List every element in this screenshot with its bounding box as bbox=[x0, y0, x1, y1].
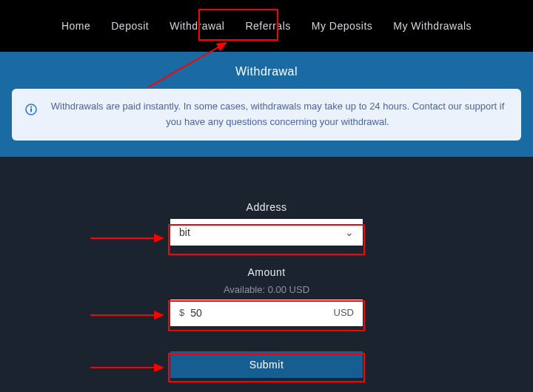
amount-label: Amount bbox=[247, 266, 285, 278]
hero-section: Withdrawal Withdrawals are paid instantl… bbox=[0, 52, 533, 157]
svg-rect-2 bbox=[30, 107, 32, 108]
currency-suffix: USD bbox=[334, 307, 354, 318]
notice-text: Withdrawals are paid instantly. In some … bbox=[47, 99, 508, 130]
currency-prefix: $ bbox=[179, 307, 184, 318]
amount-input-wrapper: $ USD bbox=[170, 300, 363, 326]
chevron-down-icon: ⌄ bbox=[345, 226, 354, 238]
amount-input[interactable] bbox=[184, 307, 333, 319]
available-balance: Available: 0.00 USD bbox=[224, 284, 309, 295]
withdraw-form: Address bit ⌄ Amount Available: 0.00 USD… bbox=[0, 157, 533, 378]
nav-referrals[interactable]: Referrals bbox=[245, 20, 290, 32]
notice-box: Withdrawals are paid instantly. In some … bbox=[12, 89, 521, 141]
address-label: Address bbox=[247, 201, 287, 213]
nav-my-withdrawals[interactable]: My Withdrawals bbox=[393, 20, 472, 32]
address-select[interactable]: bit ⌄ bbox=[170, 219, 363, 246]
svg-rect-1 bbox=[30, 109, 32, 112]
nav-my-deposits[interactable]: My Deposits bbox=[312, 20, 373, 32]
info-icon bbox=[25, 104, 37, 115]
submit-button[interactable]: Submit bbox=[170, 351, 363, 378]
nav-withdrawal[interactable]: Withdrawal bbox=[170, 20, 224, 32]
page-title: Withdrawal bbox=[12, 65, 521, 78]
nav-home[interactable]: Home bbox=[61, 20, 90, 32]
address-select-value: bit bbox=[179, 226, 345, 238]
top-nav: Home Deposit Withdrawal Referrals My Dep… bbox=[0, 0, 533, 52]
nav-deposit[interactable]: Deposit bbox=[111, 20, 149, 32]
